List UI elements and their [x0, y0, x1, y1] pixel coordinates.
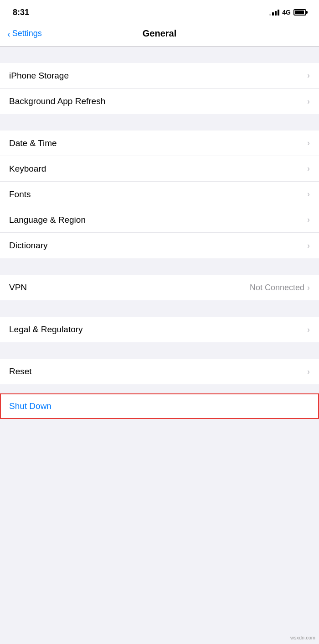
settings-group-shutdown: Shut Down [0, 393, 319, 419]
back-chevron-icon: ‹ [7, 29, 10, 38]
section-gap-6 [0, 384, 319, 393]
item-right: Not Connected › [250, 283, 310, 293]
network-label: 4G [282, 9, 291, 16]
chevron-icon: › [307, 138, 310, 148]
settings-group-3: VPN Not Connected › [0, 275, 319, 300]
item-right: › [307, 138, 310, 148]
status-bar: 8:31 4G [0, 0, 319, 23]
list-item[interactable]: iPhone Storage › [0, 63, 319, 89]
battery-icon [293, 9, 306, 16]
item-right: › [307, 367, 310, 377]
item-label-date-time: Date & Time [9, 138, 57, 148]
list-item[interactable]: VPN Not Connected › [0, 275, 319, 300]
status-icons: 4G [269, 9, 306, 16]
item-label-language-region: Language & Region [9, 215, 86, 225]
settings-group-4: Legal & Regulatory › [0, 317, 319, 342]
chevron-icon: › [307, 367, 310, 377]
item-label-iphone-storage: iPhone Storage [9, 71, 69, 81]
list-item[interactable]: Reset › [0, 359, 319, 384]
section-gap-3 [0, 258, 319, 275]
item-label-fonts: Fonts [9, 189, 31, 199]
list-item[interactable]: Fonts › [0, 182, 319, 207]
item-label-background-app-refresh: Background App Refresh [9, 96, 105, 106]
page-title: General [143, 28, 176, 39]
status-time: 8:31 [13, 8, 29, 17]
list-item[interactable]: Date & Time › [0, 131, 319, 156]
chevron-icon: › [307, 325, 310, 335]
item-right: › [307, 71, 310, 80]
item-right: › [307, 189, 310, 199]
item-label-keyboard: Keyboard [9, 164, 46, 174]
item-label-dictionary: Dictionary [9, 241, 47, 251]
settings-group-2: Date & Time › Keyboard › Fonts › Languag… [0, 131, 319, 258]
list-item[interactable]: Background App Refresh › [0, 89, 319, 114]
item-right: › [307, 164, 310, 173]
list-item[interactable]: Legal & Regulatory › [0, 317, 319, 342]
watermark: wsxdn.com [290, 635, 315, 640]
item-label-legal-regulatory: Legal & Regulatory [9, 325, 83, 335]
chevron-icon: › [307, 97, 310, 106]
chevron-icon: › [307, 283, 310, 293]
item-label-vpn: VPN [9, 283, 27, 293]
item-right: › [307, 215, 310, 225]
item-right: › [307, 241, 310, 251]
chevron-icon: › [307, 241, 310, 251]
shutdown-button[interactable]: Shut Down [0, 393, 319, 419]
chevron-icon: › [307, 164, 310, 173]
item-right: › [307, 325, 310, 335]
chevron-icon: › [307, 71, 310, 80]
item-label-reset: Reset [9, 367, 32, 377]
nav-bar: ‹ Settings General [0, 23, 319, 47]
item-value-vpn: Not Connected [250, 283, 304, 293]
section-gap-5 [0, 342, 319, 359]
item-label-shutdown: Shut Down [9, 401, 51, 411]
section-gap-2 [0, 114, 319, 131]
section-gap-bottom [0, 419, 319, 435]
list-item[interactable]: Dictionary › [0, 233, 319, 258]
chevron-icon: › [307, 189, 310, 199]
section-gap-1 [0, 47, 319, 63]
list-item[interactable]: Language & Region › [0, 207, 319, 233]
settings-group-5: Reset › [0, 359, 319, 384]
signal-icon [269, 9, 279, 16]
settings-group-1: iPhone Storage › Background App Refresh … [0, 63, 319, 114]
chevron-icon: › [307, 215, 310, 225]
back-label: Settings [12, 29, 42, 38]
section-gap-4 [0, 300, 319, 317]
item-right: › [307, 97, 310, 106]
back-button[interactable]: ‹ Settings [7, 29, 42, 38]
list-item[interactable]: Keyboard › [0, 156, 319, 182]
